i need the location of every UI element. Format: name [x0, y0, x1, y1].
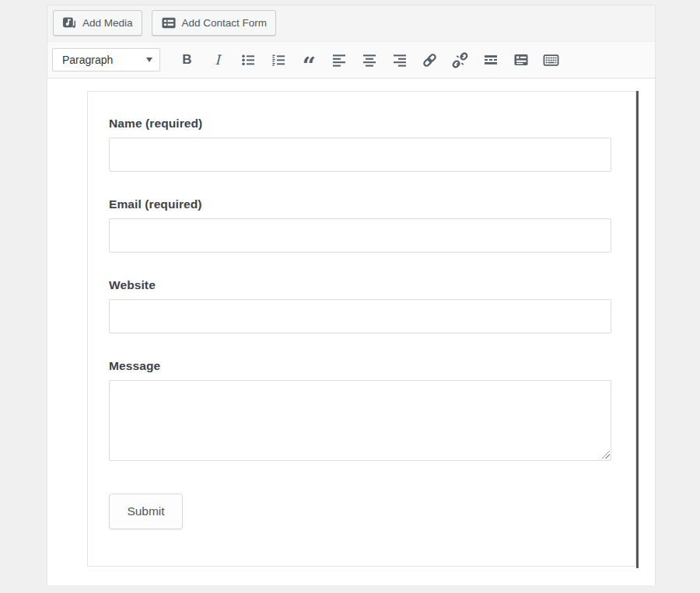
website-field-label: Website [109, 278, 611, 292]
align-right-button[interactable] [387, 49, 412, 71]
remove-link-button[interactable] [447, 49, 473, 71]
paragraph-format-select[interactable]: Paragraph [52, 48, 160, 72]
email-field-label: Email (required) [109, 197, 611, 211]
add-media-button[interactable]: Add Media [53, 10, 142, 36]
italic-button[interactable]: I [205, 49, 230, 71]
blockquote-icon: “ [303, 62, 314, 70]
editor-panel: Add Media Add Contact Form Paragraph B [47, 5, 656, 585]
bold-icon: B [182, 52, 191, 68]
form-toggle-icon [513, 52, 529, 68]
name-field-label: Name (required) [109, 117, 611, 131]
bulleted-list-button[interactable] [235, 49, 261, 71]
read-more-button[interactable] [478, 49, 503, 71]
read-more-icon [483, 52, 499, 68]
align-left-button[interactable] [326, 49, 352, 71]
media-buttons-bar: Add Media Add Contact Form [47, 5, 655, 41]
message-textarea[interactable] [109, 380, 611, 461]
message-field-label: Message [109, 359, 611, 373]
add-media-label: Add Media [82, 17, 133, 29]
add-contact-form-label: Add Contact Form [182, 17, 268, 29]
media-icon [62, 16, 77, 30]
format-select-value: Paragraph [62, 54, 113, 66]
website-input[interactable] [109, 299, 611, 333]
link-icon [422, 52, 438, 68]
keyboard-shortcuts-button[interactable] [538, 49, 564, 71]
editor-toolbar: Paragraph B I [47, 41, 655, 78]
submit-button[interactable]: Submit [109, 494, 183, 529]
insert-link-button[interactable] [417, 49, 443, 71]
add-contact-form-button[interactable]: Add Contact Form [152, 10, 277, 36]
align-center-button[interactable] [356, 49, 382, 71]
chevron-down-icon [146, 58, 152, 62]
editor-content-area[interactable]: Name (required) Email (required) Website… [47, 78, 655, 585]
form-toggle-button[interactable] [508, 49, 534, 71]
numbered-list-button[interactable] [265, 49, 291, 71]
contact-form-icon [161, 16, 177, 30]
align-left-icon [331, 52, 347, 68]
keyboard-icon [543, 52, 559, 68]
align-center-icon [362, 52, 377, 68]
blockquote-button[interactable]: “ [296, 49, 321, 71]
editor-scrollbar[interactable] [636, 91, 639, 568]
italic-icon: I [215, 52, 220, 68]
bold-button[interactable]: B [174, 49, 200, 71]
align-right-icon [392, 52, 408, 68]
name-input[interactable] [109, 138, 611, 172]
contact-form-preview: Name (required) Email (required) Website… [87, 91, 636, 567]
numbered-list-icon [271, 52, 286, 68]
bulleted-list-icon [240, 52, 256, 68]
message-textarea-wrap [109, 380, 611, 461]
email-input[interactable] [109, 218, 611, 253]
unlink-icon [452, 52, 468, 68]
